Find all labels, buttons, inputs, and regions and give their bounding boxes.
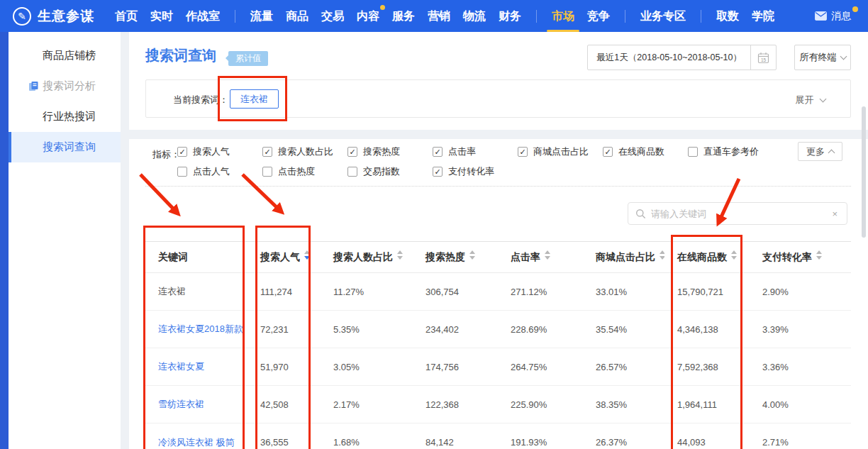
nav-item-content[interactable]: 内容 <box>357 1 379 32</box>
sort-icon[interactable] <box>660 250 664 260</box>
metric-checkbox-trade-index[interactable]: 交易指数 <box>347 165 433 178</box>
checkbox-unchecked-icon[interactable] <box>688 147 698 157</box>
sidebar-item-industry-hot-words[interactable]: 行业热搜词 <box>9 101 121 132</box>
keyword-cell: 连衣裙 <box>145 285 247 298</box>
checkbox-checked-icon[interactable] <box>433 167 443 177</box>
sidebar-item-goods-shop-rank[interactable]: 商品店铺榜 <box>9 40 121 71</box>
sort-icon[interactable] <box>304 250 310 260</box>
value-cell: 4,346,138 <box>664 324 750 335</box>
more-metrics-button[interactable]: 更多 <box>798 142 842 161</box>
value-cell: 44,093 <box>664 437 750 448</box>
metric-checkbox-search-popularity[interactable]: 搜索人气 <box>177 145 262 158</box>
metrics-and-table-section: 指标： 搜索人气 搜索人数占比 搜索热度 点击率 商城点击占比 <box>129 139 868 449</box>
metric-checkbox-search-heat[interactable]: 搜索热度 <box>347 145 433 158</box>
value-cell: 1.68% <box>321 437 413 448</box>
col-header-payment-conversion[interactable]: 支付转化率 <box>750 250 851 264</box>
nav-item-traffic[interactable]: 流量 <box>250 1 273 32</box>
vertical-scrollbar[interactable] <box>862 106 866 238</box>
keyword-search-box: × <box>628 202 847 225</box>
metric-checkbox-payment-conversion[interactable]: 支付转化率 <box>433 165 494 178</box>
left-sidebar: 商品店铺榜 搜索词分析 行业热搜词 搜索词查询 <box>9 32 121 449</box>
nav-divider <box>701 10 701 23</box>
sort-icon[interactable] <box>397 250 403 260</box>
col-header-mall-click-ratio[interactable]: 商城点击占比 <box>583 250 664 264</box>
checkbox-checked-icon[interactable] <box>262 147 272 157</box>
header-section: 搜索词查询 累计值 最近1天（2018-05-10~2018-05-10） 15… <box>129 32 868 130</box>
sort-icon[interactable] <box>469 250 475 260</box>
value-cell: 122,368 <box>413 399 498 410</box>
nav-item-home[interactable]: 首页 <box>115 1 138 32</box>
current-search-term-label: 当前搜索词： <box>173 94 228 106</box>
clear-search-icon[interactable]: × <box>830 209 840 219</box>
current-keyword-tag[interactable]: 连衣裙 <box>230 89 279 109</box>
metric-checkbox-ztc-reference-price[interactable]: 直通车参考价 <box>688 145 759 158</box>
value-cell: 7,592,368 <box>664 362 750 372</box>
app-logo[interactable]: ✎ 生意参谋 <box>13 7 94 26</box>
col-header-click-rate[interactable]: 点击率 <box>498 250 583 264</box>
nav-divider <box>625 10 625 23</box>
value-cell: 38.35% <box>583 399 664 410</box>
keyword-link[interactable]: 雪纺连衣裙 <box>145 398 247 411</box>
checkbox-unchecked-icon[interactable] <box>262 167 272 177</box>
value-cell: 225.90% <box>498 399 583 410</box>
envelope-icon <box>815 11 827 21</box>
keyword-search-input[interactable] <box>651 209 830 219</box>
checkbox-unchecked-icon[interactable] <box>177 167 187 177</box>
nav-item-logistics[interactable]: 物流 <box>463 1 486 32</box>
messages-button[interactable]: 消息 <box>815 10 857 23</box>
col-header-online-products[interactable]: 在线商品数 <box>664 250 750 264</box>
metric-checkbox-click-popularity[interactable]: 点击人气 <box>177 165 262 178</box>
sort-icon[interactable] <box>545 250 550 260</box>
checkbox-checked-icon[interactable] <box>603 147 613 157</box>
document-icon <box>28 81 39 94</box>
nav-item-market[interactable]: 市场 <box>552 1 574 32</box>
checkbox-unchecked-icon[interactable] <box>347 167 357 177</box>
nav-item-service[interactable]: 服务 <box>392 1 415 32</box>
nav-item-goods[interactable]: 商品 <box>286 1 308 32</box>
metric-checkbox-click-rate[interactable]: 点击率 <box>433 145 518 158</box>
nav-item-data-fetch[interactable]: 取数 <box>716 1 739 32</box>
value-cell: 271.12% <box>498 287 583 297</box>
checkbox-checked-icon[interactable] <box>518 147 528 157</box>
sort-icon[interactable] <box>731 250 737 260</box>
col-header-searcher-ratio[interactable]: 搜索人数占比 <box>321 250 413 264</box>
col-header-search-popularity[interactable]: 搜索人气 <box>247 250 321 264</box>
value-cell: 11.27% <box>321 287 413 297</box>
checkbox-checked-icon[interactable] <box>347 147 357 157</box>
value-cell: 174,756 <box>413 362 498 372</box>
app-title: 生意参谋 <box>38 7 94 26</box>
nav-item-marketing[interactable]: 营销 <box>428 1 450 32</box>
nav-item-academy[interactable]: 学院 <box>752 1 774 32</box>
metric-checkbox-online-products[interactable]: 在线商品数 <box>603 145 688 158</box>
metric-checkbox-mall-click-ratio[interactable]: 商城点击占比 <box>518 145 603 158</box>
nav-item-warroom[interactable]: 作战室 <box>186 1 220 32</box>
calendar-icon[interactable]: 15 <box>750 45 776 70</box>
sort-icon[interactable] <box>816 250 822 260</box>
metric-checkbox-click-heat[interactable]: 点击热度 <box>262 165 347 178</box>
nav-item-business-zone[interactable]: 业务专区 <box>640 1 686 32</box>
top-navbar: ✎ 生意参谋 首页 实时 作战室 流量 商品 交易 内容 服务 营销 物流 财务… <box>0 0 868 32</box>
value-cell: 3.36% <box>750 362 851 372</box>
keyword-link[interactable]: 连衣裙女夏 <box>145 360 247 373</box>
checkbox-checked-icon[interactable] <box>433 147 443 157</box>
date-range-picker[interactable]: 最近1天（2018-05-10~2018-05-10） 15 <box>587 45 777 70</box>
value-cell: 35.54% <box>583 324 664 335</box>
col-header-search-heat[interactable]: 搜索热度 <box>413 250 498 264</box>
keyword-link[interactable]: 连衣裙女夏2018新款 <box>145 323 247 336</box>
nav-item-finance[interactable]: 财务 <box>499 1 521 32</box>
nav-item-realtime[interactable]: 实时 <box>150 1 173 32</box>
metrics-row-1: 搜索人气 搜索人数占比 搜索热度 点击率 商城点击占比 在线商品数 <box>177 145 759 158</box>
sidebar-item-search-term-query[interactable]: 搜索词查询 <box>9 132 121 162</box>
sidebar-item-search-term-analysis[interactable]: 搜索词分析 <box>9 71 121 101</box>
nav-item-trade[interactable]: 交易 <box>321 1 344 32</box>
value-cell: 1,964,111 <box>664 399 750 410</box>
nav-item-competition[interactable]: 竞争 <box>587 1 610 32</box>
metric-checkbox-searcher-ratio[interactable]: 搜索人数占比 <box>262 145 347 158</box>
value-cell: 2.90% <box>750 287 851 297</box>
value-cell: 191.93% <box>498 437 583 448</box>
terminal-select[interactable]: 所有终端 <box>794 45 851 70</box>
keyword-link[interactable]: 冷淡风连衣裙 极简 <box>145 436 247 449</box>
checkbox-checked-icon[interactable] <box>177 147 187 157</box>
svg-text:15: 15 <box>761 57 767 62</box>
expand-toggle[interactable]: 展开 <box>795 94 825 106</box>
